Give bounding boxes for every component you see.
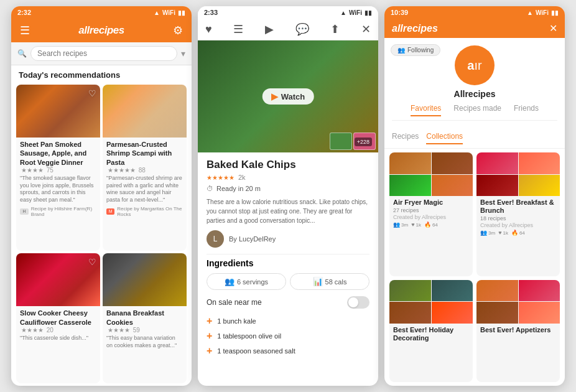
heart-icon-1[interactable]: ♡: [88, 88, 96, 98]
stat-people-2: 👥 3m: [480, 230, 495, 236]
servings-label: 6 servings: [237, 278, 268, 286]
battery-icon-3: ▮▮: [551, 9, 559, 16]
collection-card-3[interactable]: Best Ever! Holiday Decorating: [389, 280, 473, 383]
time-1: 2:32: [17, 9, 31, 16]
comment-icon[interactable]: 💬: [295, 22, 309, 36]
settings-button[interactable]: ⚙: [172, 22, 184, 39]
people-icon-1: 👥: [393, 222, 400, 228]
coll-count-2: 18 recipes: [480, 215, 556, 222]
status-bar-3: 10:39 ▲ WiFi ▮▮: [384, 6, 565, 19]
coll-created-2: Created by Allrecipes: [480, 222, 556, 228]
collection-image-3: [389, 280, 473, 324]
recipe-info-2: Parmesan-Crusted Shrimp Scampi with Past…: [103, 138, 187, 221]
stat-likes-1: ♥ 1k: [411, 222, 421, 228]
tab-recipes-made[interactable]: Recipes made: [453, 104, 501, 116]
close-button-3[interactable]: ✕: [549, 22, 557, 34]
signal-icon-2: ▲: [340, 9, 346, 16]
recipe-title-4: Banana Breakfast Cookies: [106, 309, 183, 327]
ingredient-text-2: 1 tablespoon olive oil: [217, 332, 281, 340]
signal-icon-3: ▲: [527, 9, 533, 16]
close-icon-2[interactable]: ✕: [361, 22, 371, 36]
stat-fire-2: 🔥 64: [511, 230, 525, 236]
stat-people-1: 👥 3m: [393, 222, 408, 228]
recipe-desc-2: "Parmesan-crusted shrimp are paired with…: [106, 175, 183, 204]
profile-logo: aır: [455, 45, 495, 85]
favorite-icon[interactable]: ♥: [205, 23, 212, 36]
recipe-stars-4: ★★★★ 59: [106, 327, 183, 334]
coll-stats-1: 👥 3m ♥ 1k 🔥 64: [393, 222, 469, 228]
recipe-card-2[interactable]: Parmesan-Crusted Shrimp Scampi with Past…: [103, 85, 187, 251]
battery-icon-2: ▮▮: [365, 9, 372, 16]
collection-info-3: Best Ever! Holiday Decorating: [389, 324, 473, 345]
plus-icon-3: +: [207, 346, 212, 356]
rating-count-detail: 2k: [238, 174, 246, 181]
menu-button[interactable]: ☰: [19, 22, 31, 39]
collection-info-4: Best Ever! Appetizers: [476, 324, 560, 337]
coll-title-4: Best Ever! Appetizers: [480, 326, 556, 334]
servings-icon: 👥: [225, 277, 235, 286]
coll-title-2: Best Ever! Breakfast & Brunch: [480, 198, 556, 215]
clock-icon: ⏱: [207, 185, 213, 192]
on-sale-label: On sale near me: [207, 298, 262, 307]
coll-img-1d: [432, 175, 473, 197]
coll-img-4b: [519, 280, 560, 302]
profile-name: Allrecipes: [454, 89, 496, 99]
recipe-grid: ♡ Sheet Pan Smoked Sausage, Apple, and R…: [11, 82, 192, 386]
search-input[interactable]: [30, 46, 177, 61]
time-row: ⏱ Ready in 20 m: [207, 185, 369, 192]
section-title: Today's recommendations: [11, 65, 192, 82]
recipe-card-3[interactable]: ♡ Slow Cooker Cheesy Cauliflower Cassero…: [16, 253, 100, 383]
coll-title-3: Best Ever! Holiday Decorating: [393, 326, 469, 342]
coll-img-3c: [389, 302, 431, 324]
profile-tabs: Favorites Recipes made Friends: [392, 104, 557, 121]
attr-logo-2: M: [106, 208, 114, 215]
ingredients-title: Ingredients: [207, 258, 369, 268]
plus-icon-1: +: [207, 316, 212, 326]
recipe-card-4[interactable]: Banana Breakfast Cookies ★★★★ 59 "This e…: [103, 253, 187, 383]
stat-likes-2: ♥ 1k: [498, 230, 508, 236]
heart-stat-icon-2: ♥: [498, 230, 501, 236]
on-sale-toggle[interactable]: [347, 296, 369, 309]
wifi-icon-2: WiFi: [349, 9, 362, 16]
collection-card-4[interactable]: Best Ever! Appetizers: [476, 280, 560, 383]
recipe-actions-header: ♥ ☰ ▶ 💬 ⬆ ✕: [198, 19, 378, 40]
calories-button[interactable]: 📊 58 cals: [290, 273, 369, 290]
heart-icon-3[interactable]: ♡: [88, 257, 96, 267]
ingredient-1: + 1 bunch kale: [207, 314, 369, 329]
calories-icon: 📊: [313, 277, 323, 286]
recipe-title-3: Slow Cooker Cheesy Cauliflower Casserole: [20, 309, 96, 327]
coll-img-1c: [389, 175, 431, 197]
fire-icon-1: 🔥: [424, 222, 431, 228]
following-badge[interactable]: 👥 Following: [391, 44, 440, 56]
servings-button[interactable]: 👥 6 servings: [207, 273, 286, 290]
sub-tab-collections[interactable]: Collections: [426, 132, 463, 144]
sub-tab-recipes[interactable]: Recipes: [392, 132, 419, 144]
tab-favorites[interactable]: Favorites: [411, 104, 441, 116]
tab-friends[interactable]: Friends: [514, 104, 539, 116]
battery-icon: ▮▮: [178, 9, 185, 16]
allrecipes-logo-3: allrecipes: [392, 23, 438, 34]
heart-stat-icon-1: ♥: [411, 222, 414, 228]
list-icon[interactable]: ☰: [233, 22, 243, 36]
collection-card-1[interactable]: Air Fryer Magic 27 recipes Created by Al…: [389, 152, 473, 276]
play-icon[interactable]: ▶: [265, 22, 274, 36]
ingredient-text-1: 1 bunch kale: [217, 317, 256, 325]
recipe-card-1[interactable]: ♡ Sheet Pan Smoked Sausage, Apple, and R…: [16, 85, 100, 251]
watch-button[interactable]: ▶ Watch: [262, 88, 314, 105]
coll-img-4a: [476, 280, 518, 302]
share-icon[interactable]: ⬆: [330, 22, 340, 36]
coll-img-2c: [476, 175, 518, 197]
filter-icon[interactable]: ▾: [181, 49, 185, 58]
collection-card-2[interactable]: Best Ever! Breakfast & Brunch 18 recipes…: [476, 152, 560, 276]
recipe-stars-2: ★★★★★ 88: [106, 167, 183, 174]
recipe-detail-content: Baked Kale Chips ★★★★★ 2k ⏱ Ready in 20 …: [198, 152, 378, 386]
recipe-title-2: Parmesan-Crusted Shrimp Scampi with Past…: [106, 140, 183, 167]
recipe-attr-2: M Recipe by Margaritas On The Rocks: [106, 206, 183, 217]
sub-tabs: Recipes Collections: [384, 128, 565, 149]
coll-img-1a: [389, 152, 431, 174]
signal-icon: ▲: [154, 9, 160, 16]
recipe-info-3: Slow Cooker Cheesy Cauliflower Casserole…: [16, 306, 100, 345]
allrecipes-logo-1: allrecipes: [78, 24, 124, 37]
coll-img-1b: [432, 152, 473, 174]
recipe-description: These are a low calorie nutritious snack…: [207, 197, 369, 225]
